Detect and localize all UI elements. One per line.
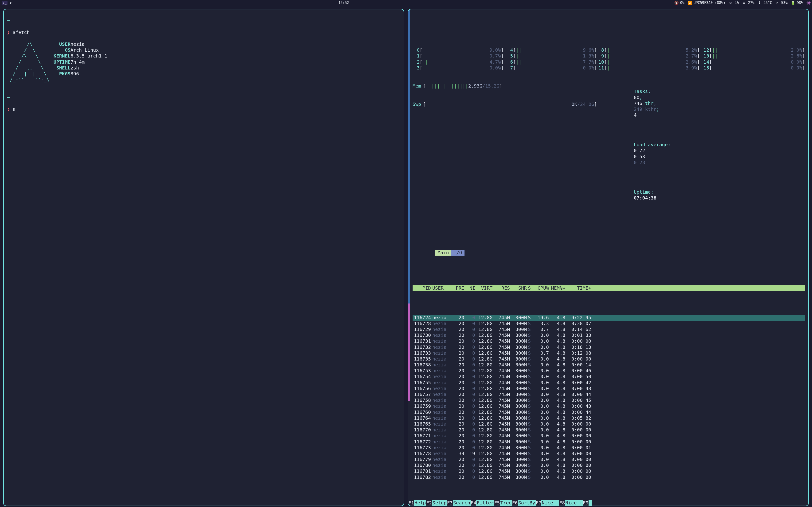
fn-f2[interactable]: F2Setup [426,500,447,506]
afetch-value: Arch Linux [70,47,99,53]
process-row[interactable]: 116770nezia20012.8G745M300MS0.04.80:00.0… [413,427,805,433]
menu-indicator[interactable]: ≡ 27% [742,1,754,5]
terminal-pane-left[interactable]: ~ ❯ afetch /\USER nezia / \OS Arch Linux… [3,9,404,506]
cpu-meter: 2[||4.7%] [413,59,504,65]
process-row[interactable]: 116730nezia20012.8G745M300MS0.04.80:01.3… [413,332,805,338]
battery-indicator[interactable]: 🔋 98% [791,1,803,5]
process-row[interactable]: 116755nezia20012.8G745M300MS0.04.80:00.4… [413,380,805,386]
afetch-value: nezia [70,41,85,47]
col-cpu[interactable]: CPU% [532,285,549,291]
prompt-arrow-icon: ❯ [7,30,10,35]
scroll-indicator[interactable] [408,9,410,500]
afetch-value: zsh [70,65,79,71]
process-row[interactable]: 116753nezia20012.8G745M300MS0.04.80:00.4… [413,368,805,374]
gear-indicator[interactable]: ⚙ 4% [728,1,739,5]
process-row[interactable]: 116764nezia20012.8G745M300MS0.04.80:05.8… [413,415,805,421]
tasks-summary: Tasks: 80, 746 thr, 249 kthr; 4 [600,82,805,124]
process-row[interactable]: 116738nezia20012.8G745M300MS0.04.80:00.1… [413,362,805,368]
process-row[interactable]: 116728nezia20012.8G745M300MS3.34.80:38.0… [413,321,805,327]
col-res[interactable]: RES [493,285,510,291]
process-row[interactable]: 116759nezia20012.8G745M300MS0.04.80:00.4… [413,403,805,409]
process-row[interactable]: 116731nezia20012.8G745M300MS0.04.80:00.0… [413,338,805,344]
col-mem[interactable]: MEM%▽ [549,285,565,291]
col-virt[interactable]: VIRT [475,285,493,291]
process-row[interactable]: 116773nezia20012.8G745M300MS0.04.80:00.0… [413,445,805,451]
ascii-art-line: / \ [7,59,52,65]
process-row[interactable]: 116772nezia20012.8G745M300MS0.04.80:00.0… [413,439,805,445]
terminal-indicator-icon[interactable]: >_ [2,1,7,5]
cpu-meter: 4[||9.6%] [506,47,597,53]
gear-icon: ⚙ [728,1,732,5]
tab-io[interactable]: I/O [451,250,464,256]
afetch-key: SHELL [52,65,70,71]
fn-f4[interactable]: F4Filter [471,500,494,506]
afetch-key: USER [52,41,70,47]
process-row[interactable]: 116782nezia20012.8G745M300MS0.04.80:00.0… [413,474,805,480]
process-row[interactable]: 116732nezia20012.8G745M300MS0.04.80:18.1… [413,344,805,350]
temperature-indicator[interactable]: 🌡 45°C [758,1,772,5]
col-ni[interactable]: NI [464,285,475,291]
process-table-header[interactable]: PID USER PRI NI VIRT RES SHR S CPU% MEM%… [413,285,805,291]
cpu-meter: 6[||7.7%] [506,59,597,65]
fn-f1[interactable]: F1Help [408,500,426,506]
volume-indicator[interactable]: 🔇 0% [674,1,684,5]
fn-f7[interactable]: F7Nice - [536,500,559,506]
cpu-meter: 15[0.0%] [702,65,805,71]
prompt-arrow-icon: ❯ [7,106,10,112]
process-row[interactable]: 116757nezia20012.8G745M300MS0.04.80:00.4… [413,392,805,397]
load-average: Load average: 0.72 0.53 0.28 [600,136,805,171]
process-row[interactable]: 116765nezia20012.8G745M300MS0.04.80:00.0… [413,421,805,427]
afetch-key: PKGS [52,71,70,77]
afetch-key: KERNEL [52,53,70,59]
cpu-meter: 1[|0.7%] [413,53,504,59]
afetch-key: OS [52,47,70,53]
fn-f6[interactable]: F6SortBy [512,500,536,506]
ascii-art-line: /\ \ [7,53,52,59]
sun-icon: ☀ [775,1,779,5]
cpu-meter: 9[||2.7%] [597,53,700,59]
menu-icon: ≡ [742,1,746,5]
discord-tray-icon[interactable]: 👾 [806,1,810,5]
workspace-dot-icon[interactable]: ◐ [9,1,13,5]
status-bar: >_ ◐ 15:52 🔇 0% 📶 UPC59F3A0 (88%) ⚙ 4% ≡… [0,0,812,6]
cpu-meter: 5[|1.3%] [506,53,597,59]
ascii-art-line: / ,, \ [7,65,52,71]
process-row[interactable]: 116778nezia391912.8G745M300MS0.04.80:00.… [413,451,805,457]
wifi-indicator[interactable]: 📶 UPC59F3A0 (88%) [688,1,725,5]
tab-main[interactable]: Main [435,250,451,256]
process-row[interactable]: 116724nezia20012.8G745M300MS19.64.89:22.… [413,315,805,321]
cpu-meter: 8[||5.2%] [597,47,700,53]
process-row[interactable]: 116754nezia20012.8G745M300MS0.04.80:00.5… [413,374,805,380]
fn-f5[interactable]: F5Tree [494,500,512,506]
fn-f9[interactable]: F9 [583,500,592,506]
cpu-meter: 0[|9.0%] [413,47,504,53]
col-pid[interactable]: PID [413,285,431,291]
process-row[interactable]: 116758nezia20012.8G745M300MS0.04.80:00.4… [413,397,805,403]
ascii-art-line: / | | -\ [7,71,52,77]
cpu-meter: 12[||2.0%] [702,47,805,53]
process-row[interactable]: 116729nezia20012.8G745M300MS0.74.80:14.6… [413,327,805,332]
fn-f8[interactable]: F8Nice + [559,500,583,506]
brightness-indicator[interactable]: ☀ 53% [775,1,788,5]
process-row[interactable]: 116779nezia20012.8G745M300MS0.04.80:00.0… [413,457,805,462]
cursor-block[interactable]: ▯ [13,106,15,112]
col-time[interactable]: TIME+ [565,285,591,291]
cpu-meter: 10[||2.6%] [597,59,700,65]
col-user[interactable]: USER [431,285,450,291]
col-s[interactable]: S [527,285,532,291]
volume-mute-icon: 🔇 [674,1,678,5]
terminal-pane-right[interactable]: 0[|9.0%]4[||9.6%]1[|0.7%]5[|1.3%]2[||4.7… [408,9,809,506]
process-row[interactable]: 116771nezia20012.8G745M300MS0.04.80:00.0… [413,433,805,439]
col-shr[interactable]: SHR [510,285,527,291]
process-row[interactable]: 116760nezia20012.8G745M300MS0.04.80:00.4… [413,409,805,415]
process-row[interactable]: 116780nezia20012.8G745M300MS0.04.80:00.0… [413,462,805,468]
process-row[interactable]: 116733nezia20012.8G745M300MS0.74.80:12.0… [413,350,805,356]
process-row[interactable]: 116735nezia20012.8G745M300MS0.04.80:00.0… [413,356,805,362]
process-row[interactable]: 116756nezia20012.8G745M300MS0.04.80:00.4… [413,386,805,392]
col-pri[interactable]: PRI [450,285,464,291]
memory-meter: Mem[||||| || ||||||2.93G/15.2G] [413,83,597,89]
process-row[interactable]: 116781nezia20012.8G745M300MS0.04.80:00.0… [413,468,805,474]
tilde-prompt: ~ [7,17,10,23]
cpu-meter: 13[||2.6%] [702,53,805,59]
fn-f3[interactable]: F3Search [447,500,471,506]
